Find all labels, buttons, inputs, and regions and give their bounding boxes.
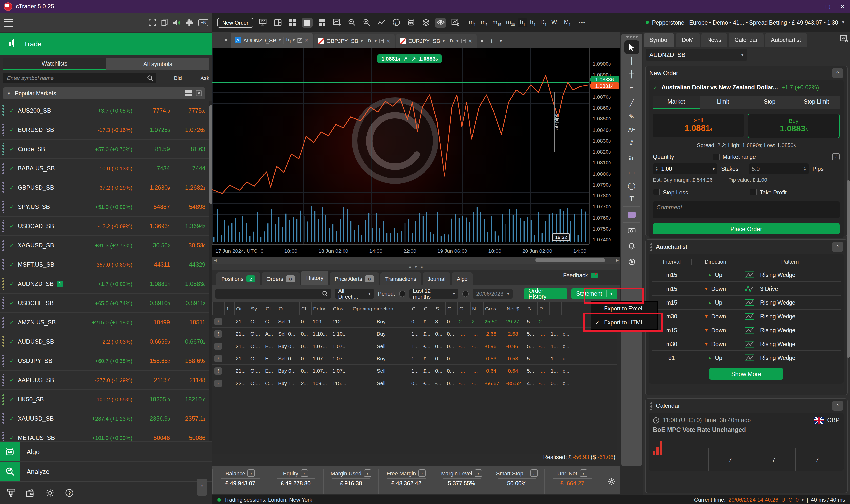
history-column-header[interactable]: B...	[526, 302, 537, 315]
price-chart[interactable]: 1.08814↗ ↗1.08836 50 pips 19:32 1.090001…	[212, 48, 620, 257]
close-tab-icon[interactable]: ✕	[387, 38, 391, 44]
symbol-selector[interactable]: AUDNZD_SB▾	[645, 49, 747, 61]
history-column-header[interactable]: Closi...	[331, 302, 351, 315]
info-icon[interactable]: i	[214, 342, 222, 350]
help-icon[interactable]: ?	[65, 489, 74, 497]
watchlist-row[interactable]: ✓ BABA.US_SB -10.0 (-0.13%) 7434 7444	[0, 159, 209, 178]
deposit-icon[interactable]	[7, 489, 15, 497]
settings-gear-icon[interactable]	[46, 489, 54, 497]
language-badge[interactable]: EN	[198, 19, 209, 26]
chart-hscrollbar[interactable]: ◄ ►	[212, 257, 620, 264]
ask-price[interactable]: 81.63	[170, 146, 206, 152]
drag-handle[interactable]	[1, 413, 4, 425]
watchlist-row[interactable]: ✓ EURUSD_SB -17.3 (-0.16%) 1.07256 1.072…	[0, 121, 209, 140]
timeframe-button[interactable]: M1	[562, 18, 573, 28]
drag-handle[interactable]	[1, 220, 4, 232]
history-column-header[interactable]	[549, 302, 561, 315]
ask-quote-badge[interactable]: ↗1.08836	[407, 54, 442, 63]
watchlist-row[interactable]: ✓ USDJPY_SB +60.7 (+0.38%) 158.682 158.6…	[0, 352, 209, 371]
period-filter[interactable]: Last 12 months▾	[409, 289, 458, 299]
scroll-thumb[interactable]	[535, 258, 605, 262]
watchlist-group-header[interactable]: ▼ Popular Markets	[3, 87, 206, 99]
pattern-row[interactable]: m15 ▲Up Rising Wedge	[652, 268, 840, 281]
right-panel-tab[interactable]: Autochartist	[765, 33, 807, 47]
pips-stepper[interactable]: 5.0 ▲▼	[749, 163, 809, 174]
drag-handle[interactable]	[1, 278, 4, 290]
timeframe-button[interactable]: W1	[549, 18, 561, 28]
right-panel-tab[interactable]: Symbol	[643, 33, 674, 47]
polyline-icon[interactable]	[376, 18, 387, 28]
copy-icon[interactable]	[161, 19, 168, 26]
crosshair-tool-icon[interactable]: ┼	[624, 54, 639, 67]
ask-price[interactable]: 1.08836	[170, 281, 206, 287]
bid-price[interactable]: 1.36931	[132, 223, 170, 230]
timeframe-button[interactable]: h1	[518, 18, 527, 28]
bid-quote-badge[interactable]: 1.08814↗	[377, 54, 412, 63]
ask-price[interactable]: 0.89113	[170, 300, 206, 307]
bid-price[interactable]: 21137	[132, 377, 170, 383]
detach-icon[interactable]	[461, 38, 466, 43]
info-icon[interactable]: i	[418, 469, 426, 477]
info-icon[interactable]: i	[530, 469, 537, 477]
watchlist-row[interactable]: ✓ USDCAD_SB -12.2 (-0.09%) 1.36931 1.369…	[0, 217, 209, 236]
drag-handle[interactable]	[1, 182, 4, 194]
feedback-button[interactable]: Feedback	[563, 272, 597, 281]
bottom-tab[interactable]: Positions 2	[216, 272, 260, 285]
bid-price[interactable]: 1.07256	[132, 126, 170, 133]
bid-price[interactable]: 50046	[132, 434, 170, 441]
watchlist-row[interactable]: ✓ Crude_SB +57.0 (+0.70%) 81.59 81.63	[0, 140, 209, 159]
timeframe-button[interactable]: m1	[467, 18, 478, 28]
tabs-scroll-left-icon[interactable]: ◄	[223, 37, 228, 42]
history-row[interactable]: i 21...Ol...C...Sell 1... 0...109....112…	[212, 316, 617, 328]
cbot-icon[interactable]	[406, 18, 417, 28]
history-column-header[interactable]: Sy...	[249, 302, 264, 315]
export-menu-item[interactable]: ✓ Export to HTML	[591, 316, 657, 329]
drag-handle[interactable]	[1, 143, 4, 155]
pattern-row[interactable]: m15 ▲Up Rising Wedge	[652, 295, 840, 309]
tab-all-symbols[interactable]: All symbols	[106, 58, 209, 70]
chart-tab[interactable]: EURJPY_SB ▾ h1 ▾ ✕	[395, 34, 476, 48]
ask-price[interactable]: 44329	[170, 261, 206, 268]
history-column-header[interactable]: Or...	[234, 302, 249, 315]
history-column-header[interactable]: N...	[470, 302, 483, 315]
ask-price[interactable]: 18511	[170, 319, 206, 326]
ask-price[interactable]: 50086	[170, 434, 206, 441]
ask-price[interactable]: 21148	[170, 377, 206, 383]
history-row[interactable]: i 21...Ol...E...Sell 0... 0...1.07...1.0…	[212, 353, 617, 365]
ask-price[interactable]: 2357.11	[170, 415, 206, 422]
sidebar-item-algo[interactable]: Algo	[0, 441, 212, 462]
ask-price[interactable]: 7444	[170, 165, 206, 172]
plugin-icon[interactable]	[186, 19, 193, 26]
market-range-checkbox[interactable]	[713, 153, 720, 160]
bid-price[interactable]: 54887	[132, 203, 170, 210]
ask-price[interactable]: 18210.0	[170, 396, 206, 403]
order-type-tab[interactable]: Stop	[746, 96, 793, 109]
chart-tab[interactable]: A AUDNZD_SB ▾ h1 ▾ ✕	[231, 33, 313, 48]
history-column-header[interactable]: O...	[277, 302, 299, 315]
detach-icon[interactable]	[297, 38, 302, 43]
history-row[interactable]: i 22...Ol...C...Buy 1... 2...109....115.…	[212, 377, 617, 390]
bid-price[interactable]: 2356.93	[132, 415, 170, 422]
right-panel-tab[interactable]: DoM	[676, 33, 700, 47]
zoom-out-icon[interactable]	[346, 18, 357, 28]
buy-button[interactable]: Buy 1.08836	[748, 113, 839, 138]
history-column-header[interactable]: C...	[445, 302, 457, 315]
display-icon[interactable]	[257, 18, 268, 28]
export-menu-item[interactable]: Export to Excel	[591, 302, 657, 316]
channel-tool-icon[interactable]: ⫽	[624, 136, 639, 149]
pattern-row[interactable]: m15 ▼Down 3 Drive	[652, 281, 840, 295]
timeframe-button[interactable]: h4	[528, 18, 537, 28]
bottom-tab[interactable]: Transactions	[380, 272, 421, 285]
bid-price[interactable]: 30.562	[132, 242, 170, 249]
maximize-button[interactable]: ▢	[820, 0, 835, 13]
drag-handle[interactable]	[1, 239, 4, 251]
info-icon[interactable]: i	[214, 367, 222, 374]
watchlist-row[interactable]: ✓ USDCHF_SB +65.5 (+0.74%) 0.89100 0.891…	[0, 294, 209, 313]
ask-price[interactable]: 30.580	[170, 242, 206, 249]
bid-price[interactable]: 1.08814	[132, 281, 170, 287]
order-type-tab[interactable]: Market	[653, 96, 700, 109]
history-column-header[interactable]	[561, 302, 573, 315]
new-order-button[interactable]: New Order	[217, 18, 253, 28]
watchlist-row[interactable]: ✓ XAUUSD_SB +287.4 (+1.23%) 2356.93 2357…	[0, 409, 209, 429]
symbol-search-input[interactable]	[6, 74, 147, 82]
